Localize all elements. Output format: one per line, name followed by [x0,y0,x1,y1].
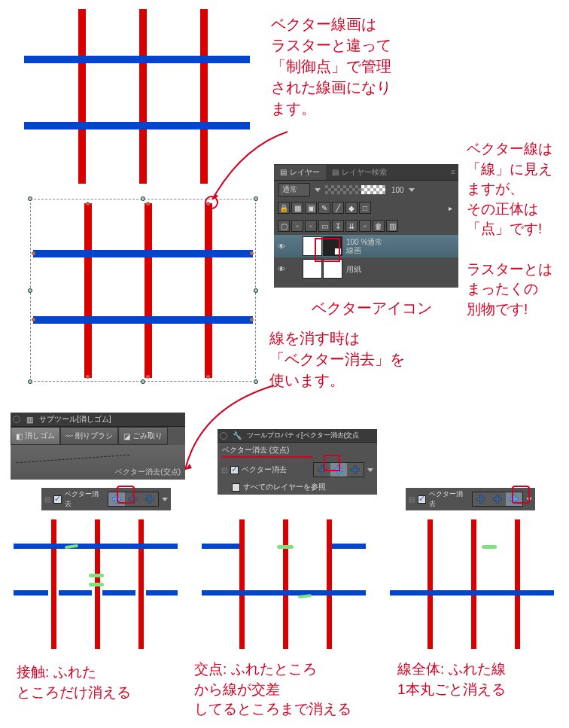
vector-erase-label: ベクター消去 [242,465,287,475]
tab-shave-brush[interactable]: 〰削りブラシ [60,427,118,445]
note-vector-erase: 線を消す時は 「ベクター消去」を 使います。 [269,327,443,391]
chevron-down-icon[interactable] [162,498,168,501]
layers-panel: ▤ レイヤー ▤ レイヤー検索 ≡ 通常 100 🔒 ▦ ▣ ✎ ╱ ◆ □ ▸… [274,164,458,288]
preview-label: ベクター消去(交点) [115,467,181,477]
toolprop-title: ツールプロパティ[ベクター消去(交点 [244,429,363,442]
draft-icon[interactable]: □ [359,202,371,214]
merge-icon[interactable]: ⇊ [345,220,358,232]
layer-row-linework[interactable]: 👁 100 %通常 線画 [274,235,458,257]
v-line [139,9,147,184]
layer-row-paper[interactable]: 👁 用紙 [274,257,458,280]
mode-intersect-icon[interactable]: ✚ [489,492,506,506]
chevron-down-icon[interactable] [315,188,321,192]
h-line [24,122,250,129]
note-vector-is-points: ベクター線は 「線」に見え ますが、 その正体は 「点」です! ラスターとは ま… [467,139,569,319]
vector-erase-row: ⊟ ベクター消去 ✚ ✚ ✚ [218,460,377,480]
vector-erase-checkbox[interactable] [53,495,62,504]
mask-icon[interactable]: ▢ [278,220,290,232]
new-icon[interactable]: ▫ [359,220,371,232]
folder-icon[interactable]: ▭ [318,220,330,232]
layer-name: 用紙 [346,265,361,273]
pen-icon[interactable]: ✎ [318,202,330,214]
layers-list: 👁 100 %通常 線画 👁 用紙 [274,235,458,288]
lock-icon[interactable]: 🔒 [278,202,290,214]
brush-icon: 〰 [65,432,73,440]
clip-icon[interactable]: ▣ [305,202,317,214]
search-icon: ▤ [332,168,339,176]
mode-highlight-left [117,486,135,504]
ruler-icon[interactable]: ╱ [332,202,344,214]
eraser-tabs: ◧消しゴム 〰削りブラシ ◪ごみ取り [11,427,185,445]
chevron-down-icon[interactable] [409,188,415,192]
v-line [78,9,86,184]
mode-bar-label: ベクター消去 [65,489,103,509]
red-underline [222,456,312,458]
tab-layer[interactable]: ▤ レイヤー [274,165,326,180]
grip-icon: ▥ [23,414,36,425]
lock-alpha-icon[interactable]: ▦ [291,202,303,214]
mode-touch-icon[interactable]: ✚ [473,492,489,506]
chevron-icon[interactable]: ▸ [446,202,455,214]
mode-bar-left: ⊟ ベクター消去 ✚ ✚ ✚ [41,488,171,510]
grid-selected [33,203,253,378]
mode-highlight-right [512,486,530,504]
opacity-value: 100 [391,186,404,194]
mode-whole-icon[interactable]: ✚ [141,492,158,506]
all-layers-label: すべてのレイヤーを参照 [243,482,326,492]
vector-icon-highlight [315,238,340,262]
delete-icon[interactable]: 🗑 [373,220,385,232]
transfer-icon[interactable]: ↧ [332,220,344,232]
tool-property-panel: 🔧 ツールプロパティ[ベクター消去(交点 ベクター消去 (交点) ⊟ ベクター消… [218,429,377,495]
layer-toolbar-1: 🔒 ▦ ▣ ✎ ╱ ◆ □ ▸ [274,199,458,217]
ref-icon[interactable]: ◆ [345,202,358,214]
wrench-icon: 🔧 [230,430,244,441]
dot-icon [13,416,20,423]
panel-tabs: ▤ レイヤー ▤ レイヤー検索 ≡ [274,164,458,181]
mode-highlight-mid [324,455,340,471]
layer-name: 線画 [346,246,382,254]
label-vector-icon: ベクターアイコン [312,297,432,318]
tab-dust[interactable]: ◪ごみ取り [118,427,168,445]
caption-touch: 接触: ふれた ところだけ消える [17,663,182,702]
mode-whole-icon[interactable]: ✚ [347,463,364,477]
dot-icon [220,432,227,440]
panel-menu-icon[interactable]: ≡ [448,168,458,176]
vector-erase-checkbox[interactable] [230,466,239,474]
two-pane-icon[interactable]: ▥ [386,220,398,232]
subtool-panel: ▥ サブツール[消しゴム] ◧消しゴム 〰削りブラシ ◪ごみ取り ベクター消去(… [11,413,185,480]
all-layers-checkbox[interactable] [232,483,240,492]
layer-opacity-label: 100 %通常 [346,238,382,246]
eraser-icon: ◧ [16,432,23,440]
eye-icon[interactable]: 👁 [275,263,288,274]
caption-intersect: 交点: ふれたところ から線が交差 してるところまで消える [194,659,382,720]
h-line [24,56,250,63]
caption-whole: 線全体: ふれた線 1本丸ごと消える [397,659,569,699]
mode-bar-label: ベクター消去 [429,489,467,509]
dustpan-icon: ◪ [123,432,130,440]
subtool-title: サブツール[消しゴム] [36,413,114,426]
new-color-icon[interactable]: ▫ [305,220,317,232]
all-layers-row: すべてのレイヤーを参照 [218,480,377,495]
grid-touch-result [14,519,178,649]
eye-icon[interactable]: 👁 [275,241,288,251]
tab-eraser[interactable]: ◧消しゴム [11,427,60,445]
v-line [200,9,208,184]
chevron-down-icon[interactable] [367,468,373,472]
blend-mode-row: 通常 100 [274,181,458,199]
layers-icon: ▤ [280,168,287,176]
opacity-slider[interactable] [325,185,385,194]
blend-mode-select[interactable]: 通常 [278,183,310,196]
grid-intersect-result [202,519,366,649]
grid-whole-result [390,519,554,649]
tab-layer-search[interactable]: ▤ レイヤー検索 [326,165,393,180]
subtool-preview[interactable]: ベクター消去(交点) [11,445,185,480]
note-vector-control-points: ベクター線画は ラスターと違って 「制御点」で管理 された線画になり ます。 [271,14,459,119]
vector-erase-checkbox[interactable] [418,495,426,504]
layer-toolbar-2: ▢ ▫ ▫ ▭ ↧ ⇊ ▫ 🗑 ▥ [274,217,458,235]
toolprop-subtitle: ベクター消去 (交点) [222,446,289,454]
new-layer-icon[interactable]: ▫ [291,220,303,232]
